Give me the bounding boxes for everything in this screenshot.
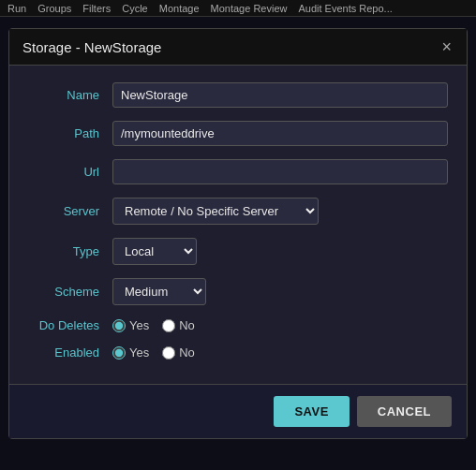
do-deletes-yes-radio[interactable] xyxy=(112,319,126,332)
url-input[interactable] xyxy=(112,159,448,184)
nav-run[interactable]: Run xyxy=(7,3,26,14)
storage-modal: Storage - NewStorage × Name Path Url S xyxy=(8,28,468,439)
do-deletes-yes-label[interactable]: Yes xyxy=(112,318,149,332)
do-deletes-no-label[interactable]: No xyxy=(162,318,195,332)
modal-footer: SAVE CANCEL xyxy=(9,384,467,438)
name-label: Name xyxy=(28,88,112,102)
top-navigation-bar: Run Groups Filters Cycle Montage Montage… xyxy=(0,0,476,17)
enabled-row: Enabled Yes No xyxy=(28,345,448,360)
modal-header: Storage - NewStorage × xyxy=(9,29,467,66)
scheme-label: Scheme xyxy=(28,285,112,299)
server-row: Server Remote / No Specific Server Local… xyxy=(28,198,448,225)
enabled-radio-group: Yes No xyxy=(112,345,195,360)
enabled-no-label[interactable]: No xyxy=(162,345,195,360)
type-label: Type xyxy=(28,244,112,258)
type-select[interactable]: Local Remote xyxy=(112,238,197,265)
do-deletes-radio-group: Yes No xyxy=(112,318,195,332)
save-button[interactable]: SAVE xyxy=(274,396,349,427)
enabled-yes-radio[interactable] xyxy=(112,346,126,360)
nav-cycle[interactable]: Cycle xyxy=(122,3,148,14)
nav-audit-events[interactable]: Audit Events Repo... xyxy=(298,3,392,14)
enabled-label: Enabled xyxy=(28,345,112,360)
do-deletes-label: Do Deletes xyxy=(28,318,112,332)
modal-title: Storage - NewStorage xyxy=(22,39,161,55)
name-input[interactable] xyxy=(112,82,448,108)
url-label: Url xyxy=(28,165,112,179)
enabled-no-text: No xyxy=(179,345,195,360)
name-row: Name xyxy=(28,82,448,108)
scheme-select[interactable]: Low Medium High xyxy=(112,278,206,305)
path-input[interactable] xyxy=(112,121,448,146)
do-deletes-yes-text: Yes xyxy=(129,318,149,332)
nav-montage-review[interactable]: Montage Review xyxy=(211,3,288,14)
type-row: Type Local Remote xyxy=(28,238,448,265)
server-label: Server xyxy=(28,204,112,218)
nav-montage[interactable]: Montage xyxy=(159,3,200,14)
enabled-yes-text: Yes xyxy=(129,345,149,360)
modal-overlay: Storage - NewStorage × Name Path Url S xyxy=(0,17,476,470)
enabled-no-radio[interactable] xyxy=(162,346,175,360)
do-deletes-row: Do Deletes Yes No xyxy=(28,318,448,332)
modal-body: Name Path Url Server Remote / No Specifi… xyxy=(9,66,467,384)
path-row: Path xyxy=(28,121,448,146)
scheme-row: Scheme Low Medium High xyxy=(28,278,448,305)
cancel-button[interactable]: CANCEL xyxy=(357,396,452,427)
enabled-yes-label[interactable]: Yes xyxy=(112,345,149,360)
close-button[interactable]: × xyxy=(439,38,454,55)
nav-filters[interactable]: Filters xyxy=(82,3,111,14)
do-deletes-no-radio[interactable] xyxy=(162,319,175,332)
path-label: Path xyxy=(28,126,112,140)
nav-groups[interactable]: Groups xyxy=(37,3,71,14)
url-row: Url xyxy=(28,159,448,184)
server-select[interactable]: Remote / No Specific Server Local Server… xyxy=(112,198,319,225)
do-deletes-no-text: No xyxy=(179,318,195,332)
